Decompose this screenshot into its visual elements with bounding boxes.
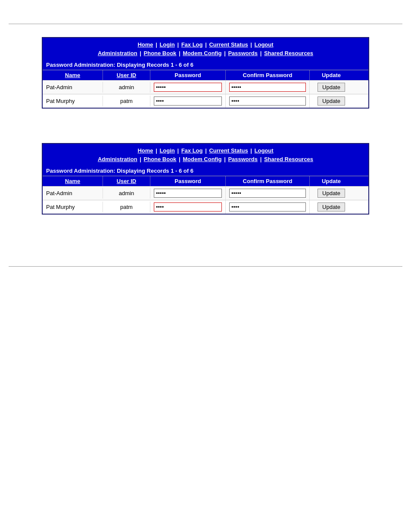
nav-bar-1: Home | Login | Fax Log | Current Status …: [43, 38, 368, 60]
nav-modemconfig-2[interactable]: Modem Config: [183, 156, 221, 162]
nav-faxlog-2[interactable]: Fax Log: [181, 147, 203, 154]
nav-login-1[interactable]: Login: [159, 41, 174, 48]
table-row: Pat Murphy patm Update: [43, 94, 368, 108]
confirm-input-2-2[interactable]: [229, 202, 306, 212]
table-row: Pat-Admin admin Update: [43, 80, 368, 94]
password-input-1-2[interactable]: [154, 96, 222, 106]
nav-home-1[interactable]: Home: [137, 41, 153, 48]
col-name-1: Name: [43, 70, 103, 80]
cell-update-1-2: Update: [310, 94, 353, 108]
cell-confirm-1-2: [226, 94, 310, 108]
col-update-2: Update: [310, 176, 353, 186]
admin-table-1: Home | Login | Fax Log | Current Status …: [42, 37, 369, 109]
cell-userid-2-2: patm: [103, 202, 150, 212]
update-button-1-2[interactable]: Update: [318, 96, 345, 106]
col-userid-1: User ID: [103, 70, 150, 80]
cell-name-1-2: Pat Murphy: [43, 96, 103, 106]
col-userid-2: User ID: [103, 176, 150, 186]
col-confirm-1: Confirm Password: [226, 70, 310, 80]
cell-password-1-2: [150, 94, 226, 108]
col-update-1: Update: [310, 70, 353, 80]
nav-phonebook-2[interactable]: Phone Book: [144, 156, 177, 162]
nav-phonebook-1[interactable]: Phone Book: [144, 50, 177, 56]
cell-userid-2-1: admin: [103, 188, 150, 199]
update-button-2-2[interactable]: Update: [318, 202, 345, 212]
nav-administration-1[interactable]: Administration: [98, 50, 137, 56]
nav-modemconfig-1[interactable]: Modem Config: [183, 50, 221, 56]
cell-userid-1-2: patm: [103, 96, 150, 106]
col-headers-1: Name User ID Password Confirm Password U…: [43, 70, 368, 80]
update-button-1-1[interactable]: Update: [318, 83, 345, 92]
section-header-1: Password Administration: Displaying Reco…: [43, 60, 368, 70]
nav-bar-2: Home | Login | Fax Log | Current Status …: [43, 144, 368, 166]
cell-confirm-2-1: [226, 187, 310, 200]
cell-confirm-2-2: [226, 200, 310, 214]
nav-currentstatus-2[interactable]: Current Status: [209, 147, 248, 154]
confirm-input-1-2[interactable]: [229, 96, 306, 106]
cell-password-2-1: [150, 187, 226, 200]
table-row: Pat Murphy patm Update: [43, 200, 368, 214]
col-password-1: Password: [150, 70, 226, 80]
col-confirm-2: Confirm Password: [226, 176, 310, 186]
cell-name-2-2: Pat Murphy: [43, 202, 103, 212]
tables-container: Home | Login | Fax Log | Current Status …: [0, 24, 411, 249]
bottom-rule: [9, 266, 402, 267]
confirm-input-2-1[interactable]: [229, 189, 306, 198]
nav-sharedresources-2[interactable]: Shared Resources: [264, 156, 313, 162]
cell-userid-1-1: admin: [103, 82, 150, 93]
nav-login-2[interactable]: Login: [159, 147, 174, 154]
admin-table-2: Home | Login | Fax Log | Current Status …: [42, 143, 369, 215]
confirm-input-1-1[interactable]: [229, 83, 306, 92]
nav-logout-2[interactable]: Logout: [255, 147, 274, 154]
section-header-2: Password Administration: Displaying Reco…: [43, 166, 368, 176]
cell-update-2-1: Update: [310, 187, 353, 200]
nav-administration-2[interactable]: Administration: [98, 156, 137, 162]
cell-name-2-1: Pat-Admin: [43, 188, 103, 199]
cell-password-2-2: [150, 200, 226, 214]
nav-passwords-2[interactable]: Passwords: [228, 156, 258, 162]
nav-sharedresources-1[interactable]: Shared Resources: [264, 50, 313, 56]
update-button-2-1[interactable]: Update: [318, 189, 345, 198]
page-wrapper: Home | Login | Fax Log | Current Status …: [0, 24, 411, 532]
nav-row-2-top: Home | Login | Fax Log | Current Status …: [47, 146, 364, 155]
password-input-1-1[interactable]: [154, 83, 222, 92]
cell-name-1-1: Pat-Admin: [43, 82, 103, 93]
nav-home-2[interactable]: Home: [137, 147, 153, 154]
col-headers-2: Name User ID Password Confirm Password U…: [43, 176, 368, 186]
cell-update-1-1: Update: [310, 81, 353, 94]
col-name-2: Name: [43, 176, 103, 186]
nav-passwords-1[interactable]: Passwords: [228, 50, 258, 56]
nav-logout-1[interactable]: Logout: [255, 41, 274, 48]
password-input-2-1[interactable]: [154, 189, 222, 198]
nav-row-1-top: Home | Login | Fax Log | Current Status …: [47, 40, 364, 49]
nav-faxlog-1[interactable]: Fax Log: [181, 41, 203, 48]
password-input-2-2[interactable]: [154, 202, 222, 212]
nav-row-2-bottom: Administration | Phone Book | Modem Conf…: [47, 155, 364, 164]
cell-confirm-1-1: [226, 81, 310, 94]
col-password-2: Password: [150, 176, 226, 186]
table-row: Pat-Admin admin Update: [43, 186, 368, 200]
cell-update-2-2: Update: [310, 200, 353, 214]
cell-password-1-1: [150, 81, 226, 94]
nav-currentstatus-1[interactable]: Current Status: [209, 41, 248, 48]
nav-row-1-bottom: Administration | Phone Book | Modem Conf…: [47, 49, 364, 58]
